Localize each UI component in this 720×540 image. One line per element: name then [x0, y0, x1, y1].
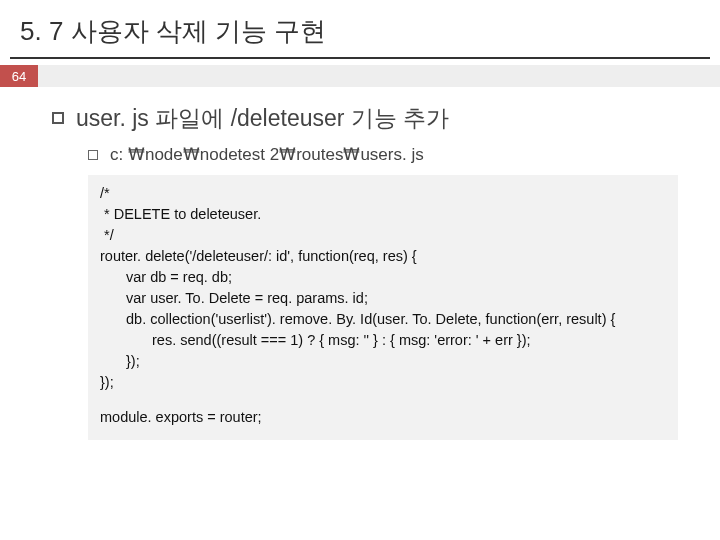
- title-underline: [10, 57, 710, 59]
- page-bar: 64: [0, 65, 720, 87]
- sub-bullet-text: c: ₩node₩nodetest 2₩routes₩users. js: [110, 144, 424, 165]
- code-line: });: [100, 372, 666, 393]
- bullet-item: user. js 파일에 /deleteuser 기능 추가: [52, 103, 680, 134]
- code-line: * DELETE to deleteuser.: [100, 204, 666, 225]
- code-line: res. send((result === 1) ? { msg: '' } :…: [100, 330, 666, 351]
- code-line: db. collection('userlist'). remove. By. …: [100, 309, 666, 330]
- code-line: var user. To. Delete = req. params. id;: [100, 288, 666, 309]
- code-line: /*: [100, 183, 666, 204]
- sub-bullet-item: c: ₩node₩nodetest 2₩routes₩users. js: [88, 144, 680, 165]
- code-line: var db = req. db;: [100, 267, 666, 288]
- bullet-text: user. js 파일에 /deleteuser 기능 추가: [76, 103, 449, 134]
- code-line: */: [100, 225, 666, 246]
- square-bullet-icon: [52, 112, 64, 124]
- code-block: /* * DELETE to deleteuser. */ router. de…: [88, 175, 678, 440]
- page-number-badge: 64: [0, 65, 38, 87]
- hollow-bullet-icon: [88, 150, 98, 160]
- code-line: module. exports = router;: [100, 407, 666, 428]
- code-line: });: [100, 351, 666, 372]
- title-area: 5. 7 사용자 삭제 기능 구현: [0, 0, 720, 57]
- content-area: user. js 파일에 /deleteuser 기능 추가 c: ₩node₩…: [0, 87, 720, 440]
- code-line: router. delete('/deleteuser/: id', funct…: [100, 246, 666, 267]
- spacer: [100, 393, 666, 407]
- slide-title: 5. 7 사용자 삭제 기능 구현: [20, 14, 700, 49]
